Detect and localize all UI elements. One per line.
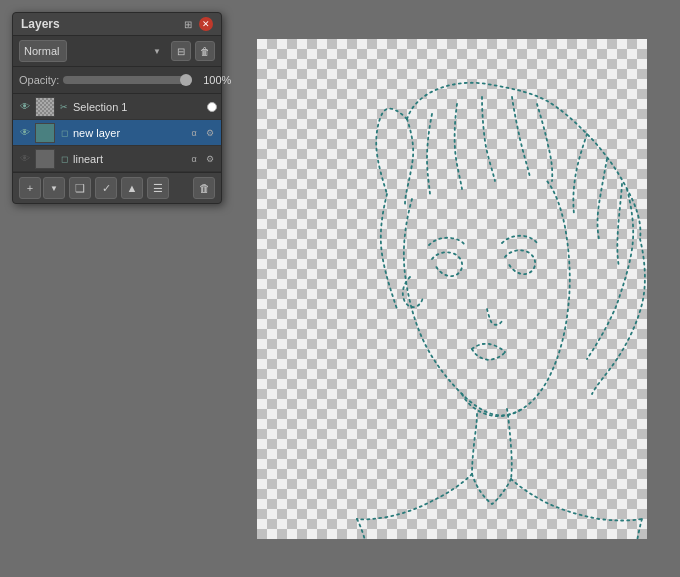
- layer-visibility-lineart[interactable]: 👁: [17, 151, 33, 167]
- panel-toolbar: + ▼ ❑ ✓ ▲ ☰ 🗑: [13, 172, 221, 203]
- panel-filter-icon[interactable]: ⊞: [181, 17, 195, 31]
- layer-badge-gear[interactable]: ⚙: [203, 126, 217, 140]
- blend-icons: ⊟ 🗑: [171, 41, 215, 61]
- layer-name-lineart: lineart: [73, 153, 187, 165]
- layer-type-icon-new-layer: ◻: [57, 126, 71, 140]
- layer-name-selection1: Selection 1: [73, 101, 207, 113]
- layer-badge-gear-lineart[interactable]: ⚙: [203, 152, 217, 166]
- blend-mode-row: Normal Multiply Screen Overlay ▼ ⊟ 🗑: [13, 36, 221, 67]
- layer-badge-alpha-lineart: α: [187, 152, 201, 166]
- layer-white-dot-selection1: [207, 102, 217, 112]
- layer-name-new-layer: new layer: [73, 127, 187, 139]
- panel-titlebar: Layers ⊞ ✕: [13, 13, 221, 36]
- layer-badges-new-layer: α ⚙: [187, 126, 217, 140]
- face-drawing-svg: .stroke { fill: none; stroke: #2a7a7a; s…: [257, 39, 647, 539]
- delete-layer-button[interactable]: 🗑: [193, 177, 215, 199]
- layer-badges-lineart: α ⚙: [187, 152, 217, 166]
- layer-visibility-new-layer[interactable]: 👁: [17, 125, 33, 141]
- toolbar-add-group: + ▼: [19, 177, 65, 199]
- opacity-label: Opacity:: [19, 74, 59, 86]
- opacity-slider[interactable]: [63, 76, 192, 84]
- layer-menu-button[interactable]: ☰: [147, 177, 169, 199]
- add-layer-chevron-button[interactable]: ▼: [43, 177, 65, 199]
- opacity-row: Opacity: 100% 🗑: [13, 67, 221, 94]
- blend-mode-select[interactable]: Normal Multiply Screen Overlay: [19, 40, 67, 62]
- layer-thumb-lineart: [35, 149, 55, 169]
- layer-badges-selection1: [207, 102, 217, 112]
- check-layer-button[interactable]: ✓: [95, 177, 117, 199]
- layers-panel: Layers ⊞ ✕ Normal Multiply Screen Overla…: [12, 12, 222, 204]
- layer-item-selection1[interactable]: 👁 ✂ Selection 1: [13, 94, 221, 120]
- layer-type-icon-lineart: ◻: [57, 152, 71, 166]
- panel-title: Layers: [21, 17, 60, 31]
- trash-icon-button[interactable]: 🗑: [195, 41, 215, 61]
- blend-select-wrapper: Normal Multiply Screen Overlay ▼: [19, 40, 165, 62]
- layer-badge-alpha: α: [187, 126, 201, 140]
- layer-item-new-layer[interactable]: 👁 ◻ new layer α ⚙: [13, 120, 221, 146]
- layer-item-lineart[interactable]: 👁 ◻ lineart α ⚙: [13, 146, 221, 172]
- blend-chevron-icon: ▼: [153, 47, 161, 56]
- layer-type-icon-selection1: ✂: [57, 100, 71, 114]
- canvas-drawing: .stroke { fill: none; stroke: #2a7a7a; s…: [257, 39, 647, 539]
- panel-close-button[interactable]: ✕: [199, 17, 213, 31]
- titlebar-icons: ⊞ ✕: [181, 17, 213, 31]
- layer-thumb-new-layer: [35, 123, 55, 143]
- add-layer-button[interactable]: +: [19, 177, 41, 199]
- layers-list: 👁 ✂ Selection 1 👁 ◻ new layer α ⚙ 👁 ◻ li…: [13, 94, 221, 172]
- canvas-area: .stroke { fill: none; stroke: #2a7a7a; s…: [235, 12, 668, 565]
- layer-thumb-selection1: [35, 97, 55, 117]
- filter-icon-button[interactable]: ⊟: [171, 41, 191, 61]
- move-layer-up-button[interactable]: ▲: [121, 177, 143, 199]
- duplicate-layer-button[interactable]: ❑: [69, 177, 91, 199]
- opacity-value: 100%: [196, 74, 231, 86]
- layer-visibility-selection1[interactable]: 👁: [17, 99, 33, 115]
- canvas-wrapper: .stroke { fill: none; stroke: #2a7a7a; s…: [257, 39, 647, 539]
